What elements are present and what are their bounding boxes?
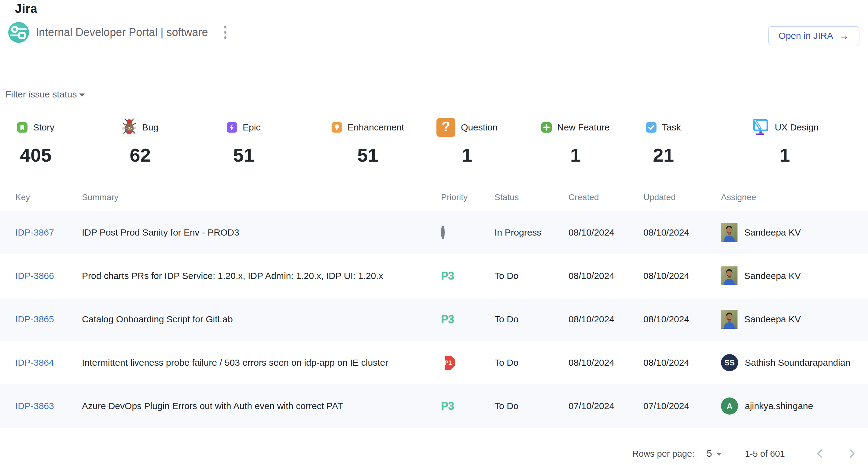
issue-type-count: 62	[130, 144, 151, 166]
arrow-right-icon: →	[839, 31, 849, 41]
issue-key-link[interactable]: IDP-3864	[15, 358, 54, 368]
issue-type-card-epic: Epic 51	[227, 117, 332, 166]
issue-type-count: 51	[233, 144, 254, 166]
column-header-created: Created	[568, 193, 643, 202]
task-icon	[646, 122, 656, 133]
table-row: IDP-3865 Catalog Onboarding Script for G…	[0, 298, 868, 341]
assignee-name: Sathish Soundarapandian	[745, 358, 850, 368]
chevron-left-icon	[816, 449, 824, 459]
epic-icon	[227, 122, 237, 133]
column-header-summary: Summary	[82, 193, 441, 202]
chevron-down-icon	[717, 453, 722, 456]
table-row: IDP-3863 Azure DevOps Plugin Errors out …	[0, 384, 868, 428]
jira-plugin-card: Jira Internal Developer Portal | softwar…	[0, 0, 868, 465]
next-page-button[interactable]	[847, 447, 858, 461]
issue-type-label: New Feature	[557, 122, 610, 133]
column-header-priority: Priority	[441, 193, 495, 202]
column-header-updated: Updated	[643, 193, 721, 202]
status-text: To Do	[495, 401, 568, 411]
issue-type-card-task: Task 21	[646, 117, 751, 166]
issue-type-summary: Story 405	[17, 117, 856, 166]
table-header: Key Summary Priority Status Created Upda…	[0, 188, 868, 206]
issue-summary: Catalog Onboarding Script for GitLab	[82, 314, 441, 325]
assignee-avatar-initials: SS	[721, 354, 738, 371]
status-text: To Do	[495, 358, 568, 368]
enhancement-icon	[332, 122, 342, 133]
issue-type-count: 1	[462, 144, 472, 166]
svg-text:?: ?	[442, 119, 450, 134]
open-in-jira-button[interactable]: Open in JIRA →	[768, 26, 860, 45]
issue-type-label: Epic	[243, 122, 260, 133]
issue-type-card-enhancement: Enhancement 51	[332, 117, 436, 166]
table-row: IDP-3867 IDP Post Prod Sanity for Env - …	[0, 211, 868, 254]
updated-date: 08/10/2024	[643, 314, 721, 325]
question-icon: ?	[436, 118, 455, 137]
svg-text:</>: </>	[127, 126, 132, 131]
issue-key-link[interactable]: IDP-3865	[15, 314, 54, 324]
issue-type-card-bug: </> Bug 62	[122, 117, 227, 166]
created-date: 08/10/2024	[568, 314, 643, 325]
table-row: IDP-3866 Prod charts PRs for IDP Service…	[0, 254, 868, 298]
kebab-menu-icon[interactable]	[221, 23, 229, 42]
issue-type-label: UX Design	[775, 122, 818, 133]
story-icon	[17, 122, 28, 133]
chevron-down-icon	[79, 94, 85, 97]
column-header-key: Key	[15, 193, 82, 202]
issue-type-label: Question	[461, 122, 498, 133]
issues-table: IDP-3867 IDP Post Prod Sanity for Env - …	[0, 211, 868, 428]
rows-per-page-label: Rows per page:	[632, 449, 694, 459]
filter-issue-status-select[interactable]: Filter issue status	[5, 89, 89, 106]
issue-summary: Azure DevOps Plugin Errors out with Auth…	[82, 401, 441, 411]
bug-icon: </>	[122, 118, 136, 137]
issue-key-link[interactable]: IDP-3867	[15, 227, 54, 237]
issue-type-card-story: Story 405	[17, 117, 122, 166]
pagination-bar: Rows per page: 5 1-5 of 601	[632, 447, 858, 461]
page-title: Jira	[15, 2, 37, 15]
issue-type-count: 21	[653, 144, 674, 166]
assignee-avatar-photo	[721, 310, 738, 329]
issue-type-label: Bug	[142, 122, 158, 133]
updated-date: 08/10/2024	[643, 358, 721, 368]
assignee-avatar-photo	[721, 223, 738, 242]
issue-type-card-ux-design: UX Design 1	[751, 117, 856, 166]
updated-date: 08/10/2024	[643, 227, 721, 238]
issue-summary: IDP Post Prod Sanity for Env - PROD3	[82, 227, 441, 238]
assignee-name: Sandeepa KV	[744, 271, 801, 281]
issue-type-label: Task	[662, 122, 681, 133]
updated-date: 07/10/2024	[643, 401, 721, 411]
status-text: In Progress	[495, 227, 568, 238]
priority-p1-icon: P1	[441, 356, 455, 370]
issue-type-label: Enhancement	[347, 122, 404, 133]
issue-type-count: 1	[779, 144, 790, 166]
chevron-right-icon	[848, 449, 856, 459]
pagination-range: 1-5 of 601	[745, 449, 785, 459]
entity-header: Internal Developer Portal | software	[8, 22, 229, 43]
issue-type-card-new-feature: New Feature 1	[541, 117, 646, 166]
in-progress-ring-icon	[441, 226, 445, 239]
priority-p3-icon: P3	[441, 400, 454, 412]
priority-p3-icon: P3	[441, 269, 454, 282]
status-text: To Do	[495, 271, 568, 281]
assignee-avatar-photo	[721, 266, 738, 285]
status-text: To Do	[495, 314, 568, 325]
issue-summary: Intermittent liveness probe failure / 50…	[82, 358, 441, 368]
created-date: 07/10/2024	[568, 401, 643, 411]
previous-page-button[interactable]	[814, 447, 825, 461]
issue-summary: Prod charts PRs for IDP Service: 1.20.x,…	[82, 271, 441, 281]
issue-type-card-question: ? Question 1	[436, 117, 541, 166]
created-date: 08/10/2024	[568, 227, 643, 238]
issue-key-link[interactable]: IDP-3866	[15, 271, 54, 281]
issue-type-count: 51	[357, 144, 378, 166]
column-header-assignee: Assignee	[721, 193, 860, 202]
issue-key-link[interactable]: IDP-3863	[15, 401, 54, 411]
assignee-avatar-initials: A	[721, 397, 738, 414]
issue-type-label: Story	[33, 122, 54, 133]
created-date: 08/10/2024	[568, 271, 643, 281]
assignee-name: ajinkya.shingane	[745, 401, 813, 411]
rows-per-page-select[interactable]: 5	[707, 448, 722, 459]
issue-type-count: 405	[20, 144, 51, 166]
priority-p3-icon: P3	[441, 313, 454, 325]
jira-project-avatar-icon	[8, 22, 29, 43]
assignee-name: Sandeepa KV	[744, 227, 801, 238]
issue-type-count: 1	[570, 144, 581, 166]
